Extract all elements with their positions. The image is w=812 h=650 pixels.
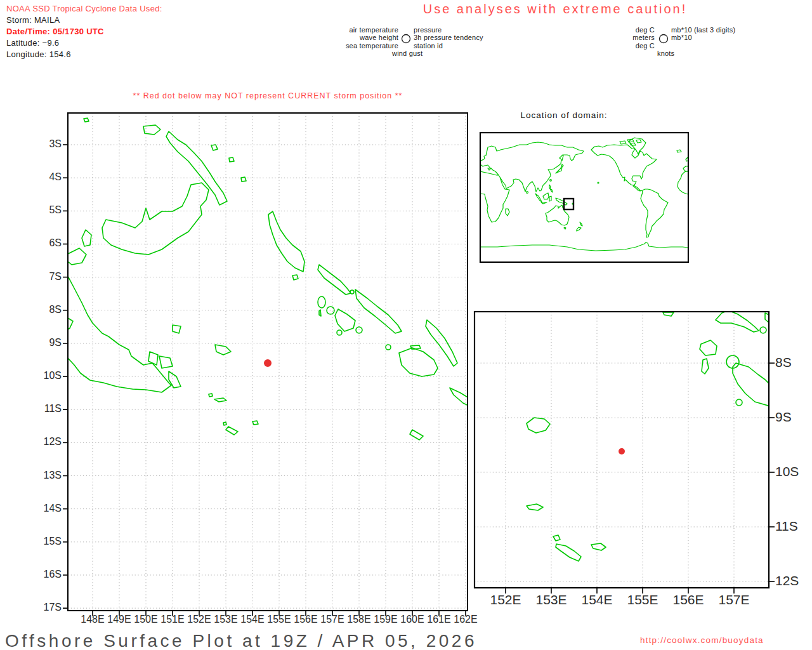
main-map-y-label-13S: 13S	[34, 470, 62, 481]
world-map-coastlines	[480, 138, 688, 251]
main-map-x-label-162E: 162E	[450, 614, 481, 625]
header-datetime: Date/Time: 05/1730 UTC	[6, 27, 104, 37]
zoom-map-coastlines	[527, 310, 770, 561]
main-map-y-label-15S: 15S	[34, 536, 62, 547]
units-deg-c-2: deg C	[591, 42, 655, 50]
main-map-y-label-12S: 12S	[34, 436, 62, 448]
world-map-frame	[480, 133, 688, 262]
main-map-y-label-7S: 7S	[34, 271, 62, 282]
storm-dot-main	[264, 359, 272, 367]
header-source-line: NOAA SSD Tropical Cyclone Data Used:	[6, 4, 162, 14]
storm-position-warning: ** Red dot below may NOT represent CURRE…	[68, 91, 468, 100]
zoom-map-x-label-153E: 153E	[529, 592, 573, 607]
main-map-y-label-4S: 4S	[34, 171, 62, 183]
zoom-map-x-label-154E: 154E	[575, 592, 619, 607]
legend-pressure: pressure	[414, 26, 442, 34]
world-inset-title: Location of domain:	[459, 110, 669, 121]
legend-sea-temperature: sea temperature	[272, 42, 398, 50]
zoom-map-x-label-155E: 155E	[620, 592, 665, 607]
units-knots: knots	[657, 50, 674, 58]
main-map-y-label-5S: 5S	[34, 204, 62, 216]
units-deg-c-1: deg C	[591, 26, 655, 34]
main-map-y-label-14S: 14S	[34, 503, 62, 514]
header-longitude: Longitude: 154.6	[6, 50, 71, 60]
main-map-y-label-9S: 9S	[34, 337, 62, 348]
footer-title: Offshore Surface Plot at 19Z / APR 05, 2…	[5, 631, 477, 650]
main-map-y-label-11S: 11S	[34, 403, 62, 415]
legend-wind-gust: wind gust	[392, 50, 422, 58]
legend-pressure-tendency: 3h pressure tendency	[414, 34, 483, 42]
zoom-map-x-label-152E: 152E	[483, 592, 528, 607]
units-meters: meters	[591, 34, 655, 42]
station-model-circle-icon	[402, 35, 410, 43]
main-map-coastlines	[68, 118, 480, 440]
zoom-map-x-label-156E: 156E	[666, 592, 710, 607]
legend-station-id: station id	[414, 42, 443, 50]
caution-title: Use analyses with extreme caution!	[384, 2, 726, 17]
zoom-map-y-label-12S: 12S	[775, 573, 799, 588]
zoom-map-y-label-9S: 9S	[775, 409, 792, 425]
units-mb10-last3: mb*10 (last 3 digits)	[671, 26, 735, 34]
zoom-map-y-label-10S: 10S	[775, 464, 799, 479]
main-map-y-label-8S: 8S	[34, 304, 62, 315]
storm-dot-zoom	[619, 448, 625, 454]
zoom-map-y-label-8S: 8S	[775, 355, 792, 370]
zoom-map-x-label-157E: 157E	[712, 592, 756, 607]
legend-wave-height: wave height	[272, 34, 398, 42]
units-mb10: mb*10	[671, 34, 692, 42]
main-map-y-label-6S: 6S	[34, 237, 62, 249]
units-circle-icon	[660, 35, 668, 43]
main-map-y-label-16S: 16S	[34, 569, 62, 580]
legend-air-temperature: air temperature	[272, 26, 398, 34]
zoom-map-y-label-11S: 11S	[775, 519, 798, 534]
header-storm-name: Storm: MAILA	[6, 16, 60, 25]
header-latitude: Latitude: −9.6	[6, 39, 59, 48]
main-map-y-label-17S: 17S	[34, 602, 62, 613]
main-map-y-label-10S: 10S	[34, 370, 62, 381]
main-map-y-label-3S: 3S	[34, 138, 62, 150]
buoy-plot-page: NOAA SSD Tropical Cyclone Data Used: Sto…	[0, 0, 812, 650]
footer-url: http://coolwx.com/buoydata	[640, 635, 764, 646]
